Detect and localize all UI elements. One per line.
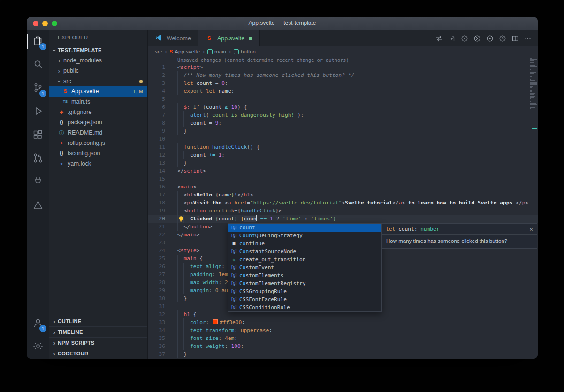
- section-timeline[interactable]: ›TIMELINE: [49, 326, 147, 337]
- line-number[interactable]: 21: [148, 223, 165, 231]
- code-line[interactable]: 8count = 9;: [148, 119, 538, 127]
- open-changes-icon[interactable]: [445, 30, 458, 46]
- suggest-item-continue[interactable]: ≡continue: [228, 240, 381, 248]
- code-line[interactable]: 2/** How many times has someone clicked …: [148, 71, 538, 79]
- code-line[interactable]: 10: [148, 135, 538, 143]
- code-line[interactable]: 20Clicked {count} {coun == 1 ? 'time' : …: [148, 215, 538, 223]
- tree-item-package-json[interactable]: {}package.json: [49, 117, 147, 128]
- line-number[interactable]: 32: [148, 310, 165, 318]
- split-editor-icon[interactable]: [509, 30, 521, 46]
- minimize-button[interactable]: [42, 21, 48, 26]
- code-line[interactable]: 15: [148, 175, 538, 183]
- suggest-item-count[interactable]: [@]count: [228, 224, 381, 232]
- line-number[interactable]: 27: [148, 271, 165, 279]
- line-number[interactable]: 10: [148, 135, 165, 143]
- line-number[interactable]: 8: [148, 119, 165, 127]
- code-line[interactable]: 9}: [148, 127, 538, 135]
- line-number[interactable]: 3: [148, 79, 165, 87]
- line-number[interactable]: 19: [148, 207, 165, 215]
- line-number[interactable]: 29: [148, 286, 165, 294]
- tree-item-app-svelte[interactable]: SApp.svelte1, M: [49, 86, 147, 97]
- run-file-icon[interactable]: [483, 30, 496, 46]
- line-number[interactable]: 20: [148, 215, 165, 223]
- line-number[interactable]: 5: [148, 95, 165, 103]
- activity-item-github-pr[interactable]: [27, 147, 49, 171]
- code-line[interactable]: 18<p>Visit the <a href="https://svelte.d…: [148, 199, 538, 207]
- titlebar[interactable]: App.svelte — test-template: [27, 17, 538, 30]
- code-line[interactable]: 6$: if (count ≥ 10) {: [148, 103, 538, 111]
- activity-item-explorer[interactable]: 1: [27, 30, 49, 53]
- section-codetour[interactable]: ›CODETOUR: [49, 348, 147, 359]
- activity-item-run-debug[interactable]: [27, 100, 49, 124]
- code-line[interactable]: 13}: [148, 159, 538, 167]
- code-line[interactable]: 4export let name;: [148, 87, 538, 95]
- breadcrumb-item-main[interactable]: main: [207, 49, 226, 54]
- activity-item-settings[interactable]: [27, 335, 49, 359]
- compare-changes-icon[interactable]: [433, 30, 445, 46]
- tree-item-public[interactable]: ›public: [49, 66, 147, 76]
- minimap[interactable]: [530, 58, 538, 110]
- activity-item-accounts[interactable]: 1: [27, 312, 49, 335]
- activity-item-remote[interactable]: [27, 171, 49, 194]
- more-actions-icon[interactable]: [521, 30, 534, 46]
- breadcrumb-item-app-svelte[interactable]: SApp.svelte: [169, 49, 200, 54]
- line-number[interactable]: 26: [148, 263, 165, 271]
- line-number[interactable]: 17: [148, 191, 165, 199]
- code-line[interactable]: 19<button on:click={handleClick}>: [148, 207, 538, 215]
- code-line[interactable]: 17<h1>Hello {name}!</h1>: [148, 191, 538, 199]
- code-line[interactable]: 1<script>: [148, 63, 538, 71]
- go-forward-icon[interactable]: [471, 30, 483, 46]
- activity-item-search[interactable]: [27, 53, 49, 77]
- code-line[interactable]: 11function handleClick() {: [148, 143, 538, 151]
- suggest-item-customelements[interactable]: [@]customElements: [228, 271, 381, 279]
- line-number[interactable]: 22: [148, 231, 165, 239]
- tree-item-readme-md[interactable]: ⓘREADME.md: [49, 128, 147, 138]
- line-number[interactable]: 11: [148, 143, 165, 151]
- line-number[interactable]: 33: [148, 318, 165, 326]
- section-outline[interactable]: ›OUTLINE: [49, 316, 147, 326]
- suggest-item-constantsourcenode[interactable]: [@]ConstantSourceNode: [228, 248, 381, 256]
- line-number[interactable]: 31: [148, 302, 165, 310]
- zoom-button[interactable]: [52, 21, 57, 26]
- line-number[interactable]: 28: [148, 279, 165, 286]
- suggest-item-cssfontfacerule[interactable]: [@]CSSFontFaceRule: [228, 295, 381, 303]
- line-number[interactable]: 35: [148, 334, 165, 342]
- code-line[interactable]: 16<main>: [148, 183, 538, 191]
- line-number[interactable]: 13: [148, 159, 165, 167]
- tree-item-node-modules[interactable]: ›node_modules: [49, 55, 147, 66]
- code-line[interactable]: 5: [148, 95, 538, 103]
- breadcrumb-item-src[interactable]: src: [155, 49, 162, 54]
- line-number[interactable]: 9: [148, 127, 165, 135]
- suggest-item-countqueuingstrategy[interactable]: [@]CountQueuingStrategy: [228, 232, 381, 240]
- tab-app-svelte[interactable]: SApp.svelte: [198, 30, 260, 46]
- tree-item-src[interactable]: ›src: [49, 76, 147, 86]
- activity-item-source-control[interactable]: 1: [27, 77, 49, 100]
- more-actions-icon[interactable]: ···: [133, 34, 141, 41]
- tree-item-gitignore[interactable]: ◆.gitignore: [49, 107, 147, 117]
- line-number[interactable]: 34: [148, 326, 165, 334]
- tree-item-yarn-lock[interactable]: ●yarn.lock: [49, 158, 147, 169]
- go-back-icon[interactable]: [458, 30, 471, 46]
- code-line[interactable]: 36font-weight: 100;: [148, 342, 538, 350]
- code-line[interactable]: 3let count = 0;: [148, 79, 538, 87]
- breadcrumb-item-button[interactable]: button: [234, 49, 256, 54]
- line-number[interactable]: 14: [148, 167, 165, 175]
- line-number[interactable]: 23: [148, 239, 165, 247]
- code-line[interactable]: 14</script>: [148, 167, 538, 175]
- line-number[interactable]: 4: [148, 87, 165, 95]
- code-line[interactable]: 34text-transform: uppercase;: [148, 326, 538, 334]
- line-number[interactable]: 12: [148, 151, 165, 159]
- editor-code-area[interactable]: Unsaved changes (cannot determine recent…: [148, 57, 538, 359]
- tree-item-main-ts[interactable]: TSmain.ts: [49, 97, 147, 107]
- line-number[interactable]: 16: [148, 183, 165, 191]
- suggest-item-create-out-transition[interactable]: ◇create_out_transition: [228, 256, 381, 264]
- close-button[interactable]: [33, 21, 38, 26]
- tab-welcome[interactable]: Welcome: [148, 30, 198, 46]
- code-line[interactable]: 7alert(`count is dangerously high!`);: [148, 111, 538, 119]
- activity-item-extensions[interactable]: [27, 124, 49, 147]
- line-number[interactable]: 24: [148, 247, 165, 255]
- section-npm-scripts[interactable]: ›NPM SCRIPTS: [49, 337, 147, 348]
- line-number[interactable]: 18: [148, 199, 165, 207]
- suggest-item-cssgroupingrule[interactable]: [@]CSSGroupingRule: [228, 287, 381, 295]
- tree-item-rollup-config-js[interactable]: ●rollup.config.js: [49, 138, 147, 148]
